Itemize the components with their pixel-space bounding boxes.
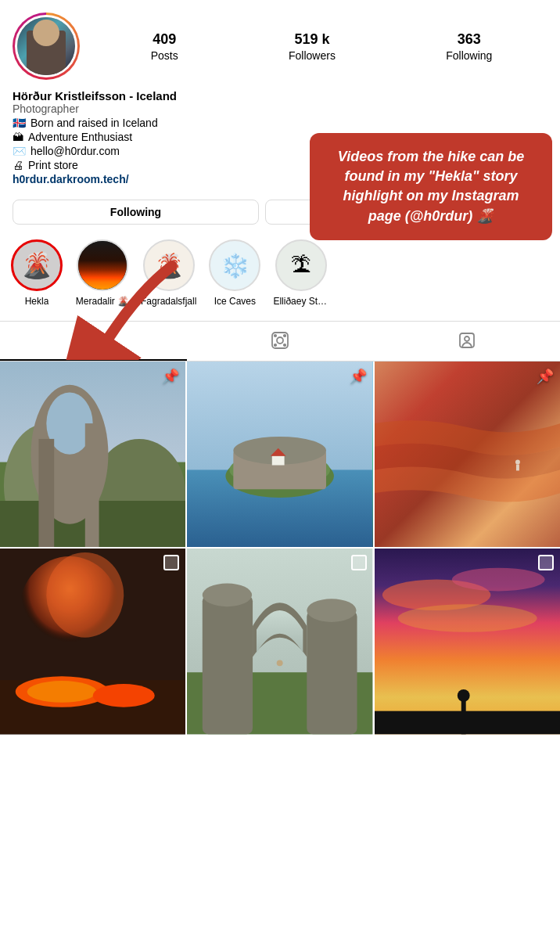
photo-1-art (0, 362, 185, 547)
email-icon: ✉️ (13, 145, 26, 157)
grid-icon (84, 331, 102, 350)
highlight-circle-meradalir (77, 239, 128, 291)
svg-point-50 (452, 568, 545, 592)
svg-rect-20 (38, 439, 54, 547)
photo-6-art (375, 549, 560, 734)
person-add-icon (526, 203, 540, 221)
multi-icon-5 (351, 555, 367, 570)
pin-icon-2: 📌 (350, 368, 367, 385)
pin-icon-1: 📌 (162, 368, 179, 385)
highlight-icecaves[interactable]: ❄️ Ice Caves (207, 239, 262, 307)
avatar-photo (17, 15, 75, 77)
stat-following[interactable]: 363 Following (446, 31, 492, 62)
pin-icon-3: 📌 (537, 368, 554, 385)
photo-2-art (187, 362, 372, 547)
highlight-meradalir[interactable]: Meradalir 🌋 (75, 239, 130, 307)
profile-title: Photographer (13, 103, 547, 115)
highlight-fagradals[interactable]: 🌋 Fagradalsfjall (141, 239, 196, 307)
bio-text-2: Adventure Enthusiast (28, 131, 132, 143)
highlight-circle-fagradals: 🌋 (143, 239, 195, 291)
grid-item-6[interactable] (375, 549, 560, 734)
svg-rect-32 (516, 465, 519, 471)
svg-rect-21 (85, 423, 99, 547)
grid-item-4[interactable] (0, 549, 185, 734)
bio-line-4: 🖨 Print store (13, 159, 547, 171)
tab-reels[interactable] (187, 322, 374, 361)
posts-label: Posts (151, 49, 178, 62)
stat-posts[interactable]: 409 Posts (151, 31, 178, 62)
bio-line-2: 🏔 Adventure Enthusiast (13, 131, 547, 143)
svg-point-53 (457, 689, 469, 702)
stat-followers[interactable]: 519 k Followers (289, 31, 336, 62)
following-label: Following (446, 49, 492, 62)
tab-grid[interactable] (0, 322, 187, 361)
svg-rect-54 (375, 711, 560, 735)
highlight-circle-ellioaey: 🏝 (275, 239, 327, 291)
bio-section: Hörður Kristleifsson - Iceland Photograp… (0, 86, 560, 192)
mountain-icon: 🏔 (13, 131, 23, 143)
tabs-bar (0, 321, 560, 362)
grid-item-1[interactable]: 📌 (0, 362, 185, 547)
svg-rect-1 (85, 333, 92, 340)
person-add-button[interactable] (518, 198, 547, 225)
bio-text-4: Print store (28, 159, 78, 171)
highlight-ellioaey[interactable]: 🏝 Elliðaey Story (273, 239, 329, 307)
grid-item-3[interactable]: 📌 (375, 362, 560, 547)
followers-count: 519 k (294, 31, 329, 48)
posts-count: 409 (153, 31, 176, 48)
bio-line-3: ✉️ hello@h0rdur.com (13, 145, 547, 157)
svg-rect-2 (94, 333, 101, 340)
message-button[interactable]: Message (265, 200, 512, 225)
avatar-wrapper[interactable] (13, 13, 80, 80)
tab-tagged[interactable] (373, 322, 560, 361)
svg-point-9 (275, 344, 276, 346)
multi-icon-4 (163, 555, 179, 570)
highlight-label-ellioaey: Elliðaey Story (273, 296, 329, 307)
svg-point-44 (203, 584, 252, 607)
following-button[interactable]: Following (13, 200, 259, 225)
meradalir-bg (78, 241, 127, 290)
svg-point-12 (465, 336, 469, 341)
reels-icon (271, 331, 289, 350)
page-container: 409 Posts 519 k Followers 363 Following … (0, 0, 560, 735)
bio-line-1: 🇮🇸 Born and raised in Iceland (13, 117, 547, 129)
profile-header: 409 Posts 519 k Followers 363 Following (0, 0, 560, 86)
grid-item-2[interactable]: 📌 (187, 362, 372, 547)
highlight-circle-hekla: 🌋 (11, 239, 63, 291)
multi-icon-6 (538, 555, 554, 570)
tagged-icon (458, 331, 476, 350)
svg-point-8 (284, 335, 285, 336)
svg-point-47 (277, 660, 283, 667)
svg-rect-43 (203, 595, 253, 735)
following-count: 363 (458, 31, 481, 48)
svg-point-7 (275, 335, 276, 336)
highlight-label-icecaves: Ice Caves (214, 296, 256, 307)
flag-icon: 🇮🇸 (13, 117, 26, 129)
bio-text-1: Born and raised in Iceland (31, 117, 158, 129)
highlight-hekla[interactable]: 🌋 Hekla (9, 239, 64, 307)
ellioaey-icon: 🏝 (291, 254, 311, 278)
profile-link[interactable]: h0rdur.darkroom.tech/ (13, 173, 547, 185)
profile-name: Hörður Kristleifsson - Iceland (13, 89, 547, 103)
highlights-section: 🌋 Hekla Meradalir 🌋 🌋 Fagradalsfjall ❄️ (0, 232, 560, 315)
svg-rect-45 (307, 610, 357, 734)
photo-grid: 📌 (0, 362, 560, 735)
svg-point-10 (284, 344, 285, 346)
print-icon: 🖨 (13, 159, 23, 171)
svg-rect-4 (94, 341, 101, 348)
followers-label: Followers (289, 49, 336, 62)
photo-4-art (0, 549, 185, 734)
highlight-label-fagradals: Fagradalsfjall (141, 296, 196, 307)
avatar-ring (13, 13, 80, 80)
photo-5-art (187, 549, 372, 734)
action-buttons: Following Message (0, 192, 560, 232)
svg-rect-28 (272, 456, 285, 466)
highlight-label-meradalir: Meradalir 🌋 (76, 296, 129, 307)
bio-text-3: hello@h0rdur.com (31, 145, 120, 157)
grid-item-5[interactable] (187, 549, 372, 734)
photo-3-art (375, 362, 560, 547)
svg-point-46 (307, 599, 357, 623)
svg-point-31 (515, 460, 520, 465)
icecaves-icon: ❄️ (221, 252, 249, 279)
avatar-inner (15, 15, 77, 77)
